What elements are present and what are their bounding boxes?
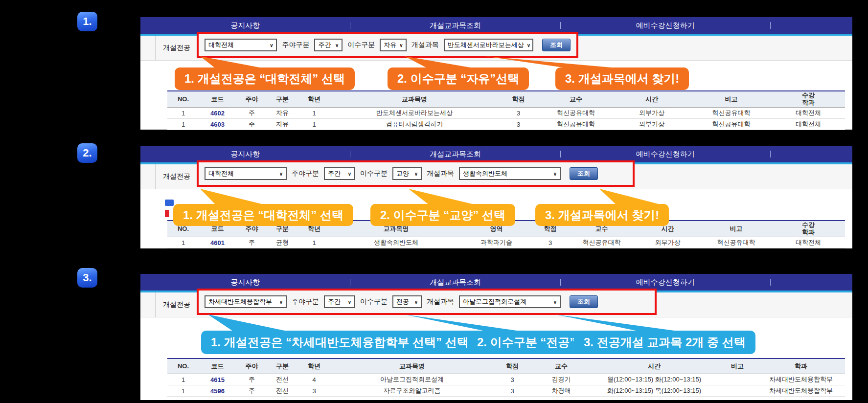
table-cell: 차경애 [532,385,591,397]
column-header: 학점 [498,91,539,108]
tab-bar: 공지사항 개설교과목조회 예비수강신청하기 [140,17,852,34]
table-cell: 3 [532,237,569,248]
column-header: 코드 [199,358,236,374]
callout-step-3: 3. 전공개설 교과목 2개 중 선택 [574,331,755,354]
tab-notices[interactable]: 공지사항 [140,278,350,287]
course-type-label: 이수구분 [360,297,388,306]
daynight-select-value: 주간 [328,169,341,178]
table-row: 14601주균형1생활속의반도체과학과기술3혁신공유대학외부가상혁신공유대학대학… [167,237,845,248]
table-cell: 주 [236,385,268,397]
course-code-link[interactable]: 4615 [199,374,236,385]
column-header: 교수 [539,91,613,108]
column-header: 비고 [718,358,757,374]
course-code-link[interactable]: 4596 [199,385,236,397]
chevron-down-icon: ∨ [527,43,530,48]
column-header: 수강 학과 [772,91,845,108]
column-header: 학년 [297,91,331,108]
course-type-select[interactable]: 자유∨ [380,39,406,51]
tab-bar: 공지사항 개설교과목조회 예비수강신청하기 [140,146,852,162]
table-cell: 과학과기술 [461,237,532,248]
column-header: 구분 [268,358,297,374]
column-header: 구분 [268,91,297,108]
course-select[interactable]: 반도체센서로바라보는세상∨ [444,39,533,51]
course-code-link[interactable]: 4602 [199,108,236,119]
tab-notices[interactable]: 공지사항 [140,150,350,159]
table-cell: 혁신공유대학 [701,237,772,248]
column-header: 코드 [199,91,236,108]
search-button[interactable]: 조회 [542,39,571,51]
daynight-label: 주야구분 [292,169,319,178]
tab-pre-registration[interactable]: 예비수강신청하기 [561,21,770,30]
column-header: 교과목명 [331,91,498,108]
screenshot-panel-3: 공지사항 개설교과목조회 예비수강신청하기 개설전공 차세대반도체융합학부∨ 주… [140,274,852,400]
table-cell: 1 [297,119,331,130]
course-select[interactable]: 생활속의반도체∨ [459,167,561,180]
table-cell: 컴퓨터처럼생각하기 [331,119,498,130]
column-header: 비고 [691,91,772,108]
tab-bar: 공지사항 개설교과목조회 예비수강신청하기 [140,274,852,291]
major-select[interactable]: 대학전체∨ [205,167,287,180]
course-type-label: 이수구분 [347,41,375,49]
table-cell: 1 [167,119,199,130]
table-cell: 자료구조와알고리즘 [331,385,493,397]
tab-notices[interactable]: 공지사항 [140,21,350,30]
course-code-link[interactable]: 4603 [199,119,236,130]
table-cell: 1 [167,385,199,397]
ui-fragment [165,200,174,206]
callout-step-2: 2. 이수구분 “교양” 선택 [370,204,515,226]
tab-course-search[interactable]: 개설교과목조회 [350,150,560,159]
course-code-link[interactable]: 4601 [199,237,236,248]
column-header: 비고 [701,221,772,237]
daynight-select-value: 주간 [328,297,341,306]
table-cell: 혁신공유대학 [539,119,613,130]
major-select-value: 대학전체 [208,169,234,178]
table-cell: 혁신공유대학 [691,119,772,130]
highlight-red-box: 대학전체∨ 주야구분 주간∨ 이수구분 자유∨ 개설과목 반도체센서로바라보는세… [197,32,578,58]
course-table: NO.코드주야구분학년교과목명학점교수시간비고수강 학과 14602주자유1반도… [167,90,845,130]
column-header: 교과목명 [331,358,493,374]
course-select[interactable]: 아날로그집적회로설계∨ [459,295,561,308]
course-label: 개설과목 [411,41,439,49]
callout-step-2: 2. 이수구분 “자유”선택 [388,67,529,90]
column-header: NO. [167,91,199,108]
major-label: 개설전공 [155,36,198,60]
step-badge-1: 1. [77,12,97,31]
table-cell: 월(12:00~13:15) 화(12:00~13:15) [591,374,718,385]
major-select-value: 차세대반도체융합학부 [208,297,272,306]
callout-pointer [200,189,274,205]
major-select[interactable]: 대학전체∨ [205,39,277,51]
daynight-label: 주야구분 [292,297,319,306]
chevron-down-icon: ∨ [553,171,557,177]
table-cell: 전선 [268,385,297,397]
table-cell: 차세대반도체융합학부 [757,385,845,397]
table-cell: 아날로그집적회로설계 [331,374,493,385]
tab-pre-registration[interactable]: 예비수강신청하기 [561,278,770,287]
course-type-select[interactable]: 교양∨ [392,167,422,180]
course-type-select[interactable]: 전공∨ [392,295,422,308]
tab-course-search[interactable]: 개설교과목조회 [350,21,560,30]
table-cell: 생활속의반도체 [331,237,461,248]
callout-step-3: 3. 개설과목에서 찾기! [535,204,669,226]
daynight-select[interactable]: 주간∨ [324,167,355,180]
table-cell: 3 [498,108,539,119]
table-cell: 혁신공유대학 [539,108,613,119]
column-header: 주야 [236,91,268,108]
tab-course-search[interactable]: 개설교과목조회 [350,278,560,287]
column-header: 수강 학과 [772,221,845,237]
tab-pre-registration[interactable]: 예비수강신청하기 [561,150,770,159]
table-cell: 균형 [268,237,297,248]
course-type-select-value: 전공 [396,297,409,306]
daynight-label: 주야구분 [282,41,309,49]
daynight-select-value: 주간 [318,41,331,49]
daynight-select[interactable]: 주간∨ [324,295,355,308]
major-select[interactable]: 차세대반도체융합학부∨ [205,295,287,308]
search-button[interactable]: 조회 [570,167,598,180]
chevron-down-icon: ∨ [553,299,557,305]
chevron-down-icon: ∨ [279,299,283,305]
table-cell: 반도체센서로바라보는세상 [331,108,498,119]
search-button[interactable]: 조회 [570,295,598,308]
table-cell: 자유 [268,119,297,130]
table-cell: 외부가상 [613,108,691,119]
daynight-select[interactable]: 주간∨ [314,39,343,51]
callout-step-3: 3. 개설과목에서 찾기! [555,67,689,90]
